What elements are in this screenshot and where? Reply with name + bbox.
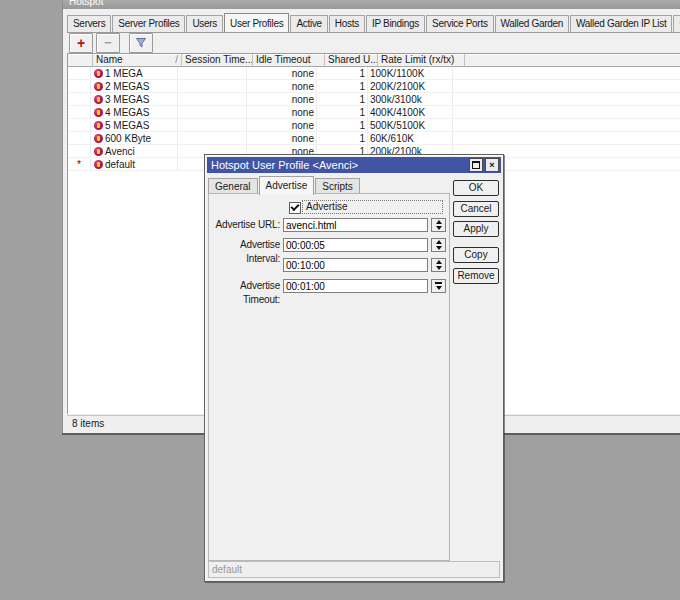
advertise-url-label: Advertise URL:: [209, 218, 280, 232]
profile-icon: [94, 134, 103, 143]
tab-ip-bindings[interactable]: IP Bindings: [366, 15, 425, 32]
tab-cookies[interactable]: Cookies: [673, 15, 680, 32]
col-marker[interactable]: [68, 54, 93, 67]
maximize-button[interactable]: [469, 158, 483, 172]
advertise-interval-label: Advertise Interval:: [209, 238, 280, 252]
spin-down-icon: [436, 266, 442, 270]
advertise-timeout-input[interactable]: [283, 279, 428, 293]
table-header: Name / Session Time... Idle Timeout Shar…: [68, 54, 680, 67]
col-filler: [465, 54, 680, 67]
advertise-timeout-collapse-button[interactable]: [431, 279, 446, 293]
hotspot-tabbar: Servers Server Profiles Users User Profi…: [67, 12, 680, 33]
tab-walled-garden-ip-list[interactable]: Walled Garden IP List: [570, 15, 672, 32]
remove-button[interactable]: Remove: [453, 268, 499, 284]
window-title: Hotspot: [69, 0, 680, 7]
profile-icon: [94, 108, 103, 117]
advertise-interval-spinner[interactable]: [431, 238, 446, 252]
tab-advertise[interactable]: Advertise: [259, 176, 315, 195]
hotspot-user-profile-dialog: Hotspot User Profile <Avenci> × General …: [204, 154, 504, 582]
profile-icon: [94, 69, 103, 78]
copy-button[interactable]: Copy: [453, 247, 499, 263]
dialog-tabbar: General Advertise Scripts: [208, 176, 361, 194]
close-button[interactable]: ×: [485, 158, 499, 172]
tab-servers[interactable]: Servers: [67, 15, 111, 32]
profile-icon: [94, 147, 103, 156]
col-session-timeout[interactable]: Session Time...: [182, 54, 253, 67]
table-row[interactable]: 1 MEGA none 1 100K/1100K: [68, 67, 680, 80]
tab-scripts[interactable]: Scripts: [315, 178, 360, 194]
advertise-tab-panel: Advertise Advertise URL: Advertise Inter…: [208, 193, 450, 561]
table-row[interactable]: 3 MEGAS none 1 300k/3100k: [68, 93, 680, 106]
advertise-checkbox-label[interactable]: Advertise: [302, 200, 443, 214]
toolbar: + −: [69, 33, 156, 53]
remove-button[interactable]: −: [96, 33, 120, 53]
apply-button[interactable]: Apply: [453, 221, 499, 237]
advertise-interval-input[interactable]: [283, 238, 428, 252]
table-row[interactable]: 2 MEGAS none 1 200K/2100K: [68, 80, 680, 93]
dialog-status-bar: default: [208, 561, 500, 578]
spin-up-icon: [436, 240, 442, 244]
spin-up-icon: [436, 260, 442, 264]
filter-button[interactable]: [129, 33, 153, 53]
col-idle-timeout[interactable]: Idle Timeout: [253, 54, 325, 67]
profile-icon: [94, 160, 103, 169]
table-row[interactable]: 4 MEGAS none 1 400K/4100K: [68, 106, 680, 119]
profile-icon: [94, 82, 103, 91]
dialog-title: Hotspot User Profile <Avenci>: [211, 157, 469, 173]
spin-down-icon: [436, 246, 442, 250]
tab-walled-garden[interactable]: Walled Garden: [495, 15, 569, 32]
col-name[interactable]: Name /: [93, 54, 182, 67]
add-icon: +: [77, 38, 85, 48]
tab-hosts[interactable]: Hosts: [329, 15, 365, 32]
close-icon: ×: [489, 160, 494, 170]
ok-button[interactable]: OK: [453, 180, 499, 196]
remove-icon: −: [104, 38, 112, 48]
advertise-url-spinner[interactable]: [431, 218, 446, 232]
collapse-arrow-icon: [436, 286, 442, 290]
advertise-checkbox[interactable]: [289, 202, 301, 214]
spin-down-icon: [436, 226, 442, 230]
tab-user-profiles[interactable]: User Profiles: [224, 13, 289, 33]
maximize-icon: [472, 161, 480, 169]
tab-general[interactable]: General: [208, 178, 258, 194]
profile-icon: [94, 95, 103, 104]
window-titlebar[interactable]: Hotspot: [63, 0, 680, 9]
table-row[interactable]: 5 MEGAS none 1 500K/5100K: [68, 119, 680, 132]
tab-active[interactable]: Active: [290, 15, 327, 32]
add-button[interactable]: +: [69, 33, 93, 53]
tab-users[interactable]: Users: [186, 15, 223, 32]
tab-server-profiles[interactable]: Server Profiles: [112, 15, 185, 32]
profile-icon: [94, 121, 103, 130]
collapse-bar-icon: [435, 282, 442, 284]
advertise-timeout-label: Advertise Timeout:: [209, 279, 280, 293]
advertise-url-input[interactable]: [283, 218, 428, 232]
sort-indicator-icon: /: [175, 54, 178, 66]
cancel-button[interactable]: Cancel: [453, 201, 499, 217]
spin-up-icon: [436, 220, 442, 224]
col-shared-users[interactable]: Shared U...: [325, 54, 378, 67]
advertise-interval-second-input[interactable]: [283, 258, 428, 272]
table-row[interactable]: 600 KByte none 1 60K/610K: [68, 132, 680, 145]
funnel-icon: [135, 37, 147, 49]
tab-service-ports[interactable]: Service Ports: [426, 15, 494, 32]
advertise-interval-second-spinner[interactable]: [431, 258, 446, 272]
dialog-titlebar[interactable]: Hotspot User Profile <Avenci> ×: [207, 157, 501, 173]
col-rate-limit[interactable]: Rate Limit (rx/tx): [378, 54, 465, 67]
